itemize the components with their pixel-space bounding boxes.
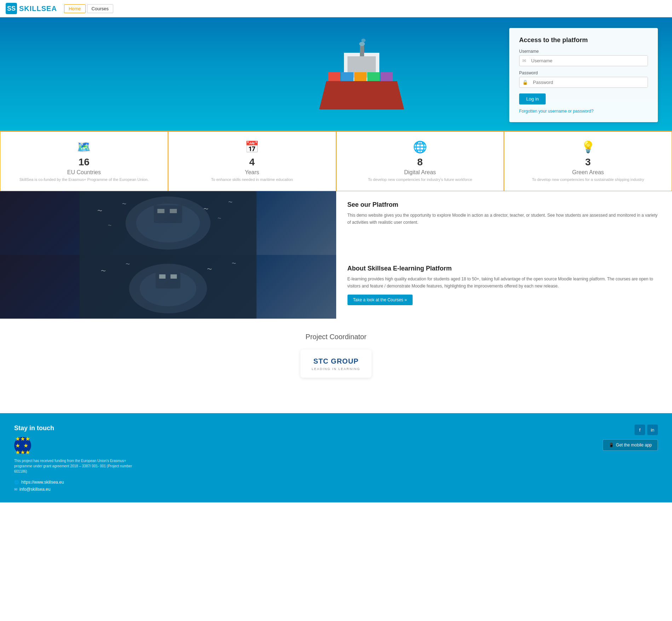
mobile-icon: 📱 [609, 443, 614, 448]
stat-eu-countries: 🗺️ 16 EU Countries SkillSea is co-funded… [0, 132, 168, 191]
stat-desc-1: To enhance skills needed in maritime edu… [176, 177, 329, 182]
svg-point-13 [359, 42, 365, 46]
platform-text: This demo website gives you the opportun… [348, 212, 661, 226]
facebook-button[interactable]: f [634, 425, 645, 435]
navbar: SS SKILLSEA Home Courses [0, 0, 672, 17]
platform-content: See our Platfrom This demo website gives… [336, 191, 672, 255]
stat-number-0: 16 [7, 156, 161, 168]
svg-rect-20 [170, 209, 177, 213]
platform-image: 〜 〜 〜 〜 〜 〜 [0, 191, 336, 255]
username-label: Username [519, 49, 648, 54]
brand-logo: SS SKILLSEA [6, 3, 57, 14]
svg-text:〜: 〜 [232, 261, 236, 266]
footer-funding-text: This project has received funding from t… [14, 458, 134, 474]
stat-desc-0: SkillSea is co-funded by the Erasmus+ Pr… [7, 177, 161, 182]
password-label: Password [519, 70, 648, 75]
email-link[interactable]: info@skillsea.eu [19, 487, 51, 492]
lock-icon: 🔒 [519, 80, 531, 85]
login-button[interactable]: Log in [519, 93, 546, 104]
about-text: E-learning provides high quality educati… [348, 276, 661, 289]
stc-logo: STC GROUP [312, 357, 361, 366]
svg-rect-10 [367, 72, 380, 81]
svg-rect-7 [328, 72, 340, 81]
stat-digital-areas: 🌐 8 Digital Areas To develop new compete… [336, 132, 504, 191]
take-courses-button[interactable]: Take a look at the Courses » [348, 295, 413, 305]
svg-rect-9 [354, 72, 367, 81]
about-image: 〜 〜 〜 〜 [0, 255, 336, 319]
lightbulb-icon: 💡 [511, 140, 665, 154]
stat-title-1: Years [176, 169, 329, 176]
svg-text:〜: 〜 [228, 200, 232, 205]
nav-courses[interactable]: Courses [87, 4, 113, 13]
email-footer-icon: ✉ [14, 487, 17, 492]
stat-years: 📅 4 Years To enhance skills needed in ma… [168, 132, 336, 191]
globe-footer-icon: 🌐 [14, 480, 19, 485]
stats-row: 🗺️ 16 EU Countries SkillSea is co-funded… [0, 131, 672, 191]
stat-title-3: Green Areas [511, 169, 665, 176]
svg-rect-30 [156, 271, 180, 289]
website-url-link[interactable]: https://www.skillsea.eu [21, 480, 64, 485]
mobile-app-button[interactable]: 📱 Get the mobile app [603, 439, 658, 451]
svg-text:SS: SS [7, 5, 16, 12]
coordinator-card: STC GROUP LEADING IN LEARNING [300, 349, 372, 378]
platform-heading: See our Platfrom [348, 201, 661, 209]
svg-text:〜: 〜 [207, 266, 212, 272]
svg-text:〜: 〜 [101, 268, 106, 274]
svg-marker-4 [319, 81, 404, 109]
svg-text:〜: 〜 [126, 262, 130, 267]
svg-text:〜: 〜 [97, 208, 102, 213]
forgot-password-link[interactable]: Forgotten your username or password? [519, 109, 648, 114]
footer-right: f in 📱 Get the mobile app [603, 425, 658, 451]
stat-number-3: 3 [511, 156, 665, 168]
calendar-icon: 📅 [176, 140, 329, 154]
stat-title-2: Digital Areas [344, 169, 497, 176]
footer: Stay in touch ★★★★ ★★★★ This project has… [0, 413, 672, 502]
brand-icon: SS [6, 3, 17, 14]
stat-title-0: EU Countries [7, 169, 161, 176]
svg-text:〜: 〜 [122, 201, 126, 206]
social-icons: f in [634, 425, 658, 435]
footer-website-link: 🌐 https://www.skillsea.eu [14, 480, 134, 485]
stat-number-2: 8 [344, 156, 497, 168]
svg-rect-18 [154, 205, 182, 223]
hero-section: Access to the platform Username ✉ Passwo… [0, 17, 672, 131]
stat-number-1: 4 [176, 156, 329, 168]
svg-rect-32 [171, 274, 177, 279]
brand-name: SKILLSEA [19, 5, 57, 13]
svg-point-14 [361, 39, 366, 42]
email-icon: ✉ [519, 58, 529, 63]
stat-desc-3: To develop new competencies for a sustai… [511, 177, 665, 182]
login-title: Access to the platform [519, 36, 648, 44]
coordinator-title: Project Coordinator [7, 333, 665, 341]
password-input[interactable] [531, 77, 648, 87]
globe-icon: 🌐 [344, 140, 497, 154]
about-heading: About Skillsea E-learning Platform [348, 265, 661, 272]
svg-rect-31 [159, 274, 166, 279]
svg-rect-8 [341, 72, 354, 81]
username-input-wrap: ✉ [519, 55, 648, 66]
stat-green-areas: 💡 3 Green Areas To develop new competenc… [504, 132, 672, 191]
mobile-app-label: Get the mobile app [616, 443, 652, 448]
username-input[interactable] [529, 56, 648, 66]
footer-left: Stay in touch ★★★★ ★★★★ This project has… [14, 425, 134, 494]
login-card: Access to the platform Username ✉ Passwo… [509, 28, 658, 122]
svg-text:〜: 〜 [108, 223, 111, 227]
about-content: About Skillsea E-learning Platform E-lea… [336, 255, 672, 319]
coordinator-section: Project Coordinator STC GROUP LEADING IN… [0, 319, 672, 392]
stay-in-touch-heading: Stay in touch [14, 425, 134, 432]
eu-flag: ★★★★ ★★★★ [14, 437, 31, 454]
stc-tagline: LEADING IN LEARNING [312, 367, 361, 371]
stat-desc-2: To develop new competencies for industry… [344, 177, 497, 182]
svg-rect-19 [157, 209, 165, 213]
hero-ship-image [298, 17, 425, 131]
nav-links: Home Courses [64, 4, 113, 13]
nav-home[interactable]: Home [64, 4, 86, 13]
spacer [0, 392, 672, 413]
linkedin-button[interactable]: in [647, 425, 658, 435]
svg-rect-12 [360, 46, 364, 56]
svg-text:〜: 〜 [218, 216, 221, 220]
password-input-wrap: 🔒 [519, 77, 648, 88]
svg-rect-11 [380, 72, 393, 81]
eu-stars-icon: ★★★★ ★★★★ [15, 435, 30, 456]
svg-text:〜: 〜 [203, 206, 208, 212]
